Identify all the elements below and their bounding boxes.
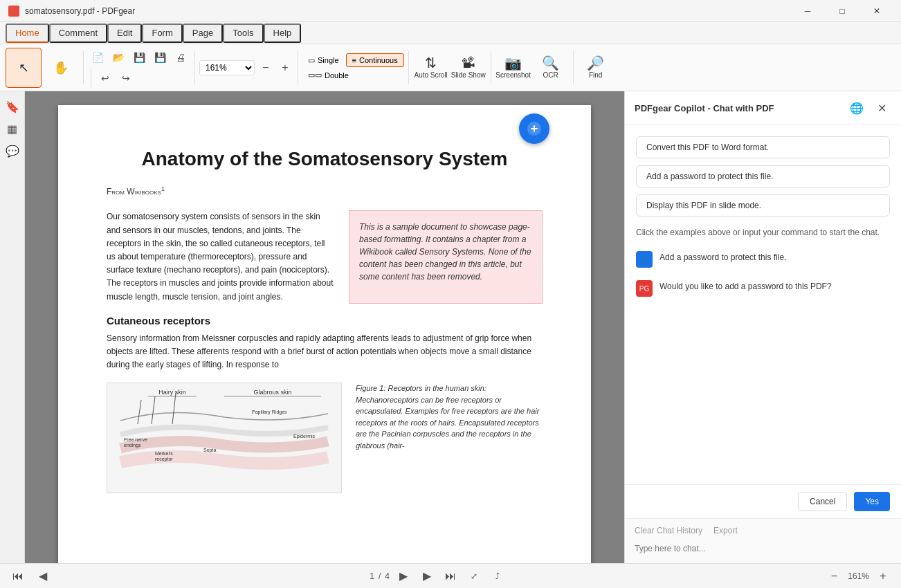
zoom-out-button[interactable]: − bbox=[257, 59, 274, 76]
copilot-close-button[interactable]: ✕ bbox=[872, 98, 891, 118]
continuous-view-button[interactable]: ≡ Continuous bbox=[346, 53, 404, 67]
single-view-button[interactable]: ▭ Single bbox=[302, 53, 345, 67]
svg-line-7 bbox=[138, 400, 141, 424]
minimize-button[interactable]: ─ bbox=[792, 0, 823, 22]
double-view-button[interactable]: ▭▭ Double bbox=[302, 68, 354, 82]
app-icon bbox=[8, 6, 19, 17]
menu-comment[interactable]: Comment bbox=[49, 24, 107, 43]
nav-last-button[interactable]: ⏭ bbox=[441, 567, 460, 586]
chat-message-1: 👤 Add a password to protect this file. bbox=[636, 251, 890, 268]
copilot-footer: Clear Chat History Export bbox=[625, 518, 901, 563]
zoom-in-button[interactable]: + bbox=[277, 59, 293, 76]
status-bar: ⏮ ◀ 1 / 4 ▶ ▶ ⏭ ⤢ ⤴ − 161% + bbox=[0, 563, 901, 588]
skin-diagram-svg: Hairy skin Glabrous skin bbox=[113, 386, 335, 490]
zoom-out-bottom-button[interactable]: − bbox=[824, 567, 844, 586]
menu-form[interactable]: Form bbox=[142, 24, 182, 43]
pdf-para1: Our somatosensory system consists of sen… bbox=[107, 210, 335, 303]
source-sup: 1 bbox=[161, 185, 165, 192]
suggestion-convert[interactable]: Convert this PDF to Word format. bbox=[636, 136, 890, 158]
page-nav-center: 1 / 4 ▶ ▶ ⏭ ⤢ ⤴ bbox=[58, 567, 819, 586]
autoscroll-button[interactable]: ⇅ Auto Scroll bbox=[413, 48, 449, 88]
close-button[interactable]: ✕ bbox=[861, 0, 893, 22]
zoom-in-bottom-button[interactable]: + bbox=[873, 567, 893, 586]
nav-play-button[interactable]: ▶ bbox=[394, 567, 413, 586]
copilot-globe-button[interactable]: 🌐 bbox=[847, 98, 866, 118]
figure-image: Hairy skin Glabrous skin bbox=[107, 383, 342, 493]
svg-text:Papillary Ridges: Papillary Ridges bbox=[252, 410, 287, 415]
menu-page[interactable]: Page bbox=[183, 24, 223, 43]
redo-button[interactable]: ↪ bbox=[116, 68, 136, 88]
hand-tool-button[interactable]: ✋ bbox=[43, 48, 79, 88]
sidebar-bookmark-icon[interactable]: 🔖 bbox=[3, 97, 22, 116]
screenshot-button[interactable]: 📷 Screenshot bbox=[495, 48, 531, 88]
screenshot-icon: 📷 bbox=[504, 56, 522, 70]
sep1 bbox=[83, 51, 84, 84]
menu-home[interactable]: Home bbox=[6, 24, 49, 43]
section1-title: Cutaneous receptors bbox=[107, 315, 543, 327]
page-total: 4 bbox=[385, 571, 390, 581]
print-small-button[interactable]: 🖨 bbox=[171, 48, 190, 67]
ocr-icon: 🔍 bbox=[542, 56, 559, 70]
figure-caption-text: Figure 1: Receptors in the human skin: M… bbox=[356, 384, 539, 450]
zoom-select[interactable]: 161% 100% 150% 200% bbox=[199, 60, 255, 75]
menu-help[interactable]: Help bbox=[264, 24, 302, 43]
sidebar-comment-icon[interactable]: 💬 bbox=[3, 141, 22, 160]
chat-text-1: Add a password to protect this file. bbox=[659, 251, 786, 264]
pdf-viewer[interactable]: Anatomy of the Somatosensory System From… bbox=[25, 91, 624, 563]
share-button[interactable]: ⤴ bbox=[488, 567, 507, 586]
new-doc-button[interactable]: 📄 bbox=[88, 48, 107, 67]
nav-prev-button[interactable]: ◀ bbox=[33, 567, 53, 586]
window-title: somatosensory.pdf - PDFgear bbox=[25, 6, 792, 16]
menu-tools[interactable]: Tools bbox=[223, 24, 263, 43]
figure-caption: Figure 1: Receptors in the human skin: M… bbox=[356, 383, 543, 493]
single-icon: ▭ bbox=[308, 56, 315, 65]
sidebar-thumbnail-icon[interactable]: ▦ bbox=[3, 119, 22, 138]
zoom-group: 161% 100% 150% 200% − + bbox=[199, 59, 293, 76]
user-avatar: 👤 bbox=[636, 251, 653, 268]
svg-line-6 bbox=[172, 393, 176, 424]
slideshow-button[interactable]: 📽 Slide Show bbox=[450, 48, 486, 88]
window-controls: ─ □ ✕ bbox=[792, 0, 893, 22]
svg-line-5 bbox=[152, 396, 155, 424]
vsep bbox=[91, 68, 91, 88]
chat-message-2: PG Would you like to add a password to t… bbox=[636, 280, 890, 297]
yes-button[interactable]: Yes bbox=[854, 492, 890, 511]
find-icon: 🔎 bbox=[587, 56, 604, 70]
double-icon: ▭▭ bbox=[308, 71, 322, 80]
click-hint: Click the examples above or input your c… bbox=[636, 226, 890, 239]
find-button[interactable]: 🔎 Find bbox=[578, 48, 614, 88]
svg-text:Merkel's: Merkel's bbox=[155, 451, 173, 456]
copilot-header: PDFgear Copilot - Chat with PDF 🌐 ✕ bbox=[625, 91, 901, 125]
page-current: 1 bbox=[370, 571, 374, 581]
sep2 bbox=[194, 51, 195, 84]
open-button[interactable]: 📂 bbox=[109, 48, 128, 67]
menu-bar: Home Comment Edit Form Page Tools Help bbox=[0, 22, 901, 44]
export-button[interactable]: Export bbox=[713, 526, 738, 535]
zoom-value-bottom: 161% bbox=[848, 571, 869, 581]
clear-chat-button[interactable]: Clear Chat History bbox=[635, 526, 702, 535]
maximize-button[interactable]: □ bbox=[826, 0, 858, 22]
menu-edit[interactable]: Edit bbox=[107, 24, 142, 43]
cursor-icon: ↖ bbox=[19, 62, 29, 74]
suggestion-slidemode[interactable]: Display this PDF in slide mode. bbox=[636, 194, 890, 217]
ocr-button[interactable]: 🔍 OCR bbox=[533, 48, 569, 88]
undo-button[interactable]: ↩ bbox=[95, 68, 115, 88]
page-separator: / bbox=[379, 571, 381, 581]
nav-next-button[interactable]: ▶ bbox=[417, 567, 437, 586]
pdf-page: Anatomy of the Somatosensory System From… bbox=[58, 105, 591, 563]
source-text: From Wikibooks bbox=[107, 187, 161, 196]
svg-text:Septa: Septa bbox=[203, 448, 216, 453]
left-sidebar: 🔖 ▦ 💬 bbox=[0, 91, 25, 563]
cursor-tool-button[interactable]: ↖ bbox=[6, 48, 42, 88]
copilot-fab-button[interactable] bbox=[519, 113, 549, 144]
suggestion-password[interactable]: Add a password to protect this file. bbox=[636, 165, 890, 187]
continuous-label: Continuous bbox=[359, 56, 398, 64]
autoscroll-label: Auto Scroll bbox=[414, 71, 447, 79]
fit-window-button[interactable]: ⤢ bbox=[464, 567, 484, 586]
save-button[interactable]: 💾 bbox=[129, 48, 149, 67]
cancel-button[interactable]: Cancel bbox=[798, 492, 847, 511]
another-save-button[interactable]: 💾 bbox=[150, 48, 170, 67]
chat-input[interactable] bbox=[635, 541, 891, 556]
nav-first-button[interactable]: ⏮ bbox=[8, 567, 28, 586]
sep5 bbox=[491, 51, 491, 84]
